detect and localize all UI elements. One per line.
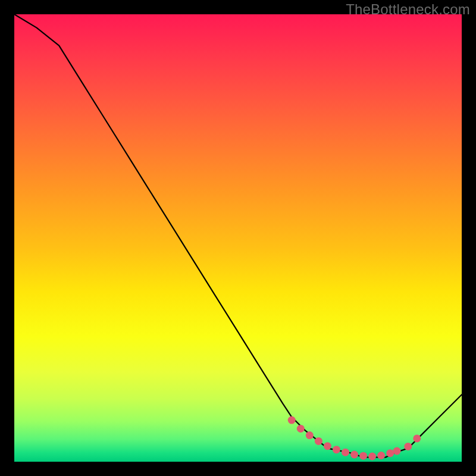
marker-dot	[404, 443, 412, 450]
marker-dot	[368, 453, 376, 461]
marker-dot	[359, 452, 367, 460]
curve-line	[14, 14, 462, 458]
marker-dot	[393, 447, 401, 455]
marker-dot	[315, 437, 322, 445]
plot-area	[14, 14, 462, 462]
chart-overlay	[14, 14, 462, 462]
marker-dot	[386, 449, 394, 457]
marker-dot	[342, 449, 349, 456]
highlight-markers	[288, 416, 421, 461]
marker-dot	[350, 451, 358, 459]
marker-dot	[306, 431, 314, 439]
marker-dot	[333, 446, 340, 453]
marker-dot	[413, 434, 421, 442]
marker-dot	[297, 425, 305, 433]
chart-stage: TheBottleneck.com	[0, 0, 476, 476]
marker-dot	[324, 442, 331, 450]
marker-dot	[377, 452, 385, 459]
marker-dot	[288, 416, 296, 424]
